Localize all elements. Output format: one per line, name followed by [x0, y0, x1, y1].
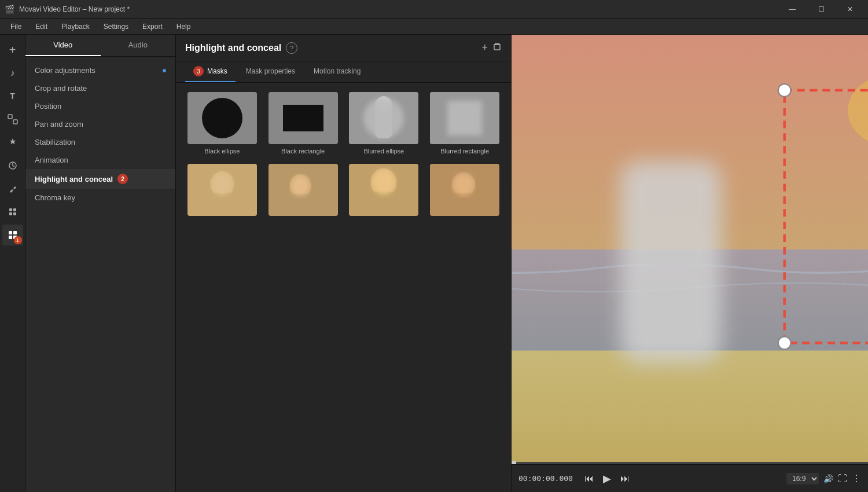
mask-item-person1[interactable] [185, 164, 259, 216]
fullscreen-button[interactable]: ⛶ [838, 473, 847, 484]
mask-item-black-ellipse[interactable]: Black ellipse [185, 92, 259, 155]
preview-panel: 00:00:00.000 ⏮ ▶ ⏭ 16:9 4:3 1:1 9:16 🔊 ⛶… [512, 35, 868, 492]
mask-thumb-person4 [430, 164, 499, 216]
menu-position[interactable]: Position [25, 97, 175, 115]
maximize-button[interactable]: ☐ [808, 0, 834, 19]
aspect-ratio-select[interactable]: 16:9 4:3 1:1 9:16 [786, 473, 819, 484]
svg-rect-29 [290, 194, 311, 216]
menu-export[interactable]: Export [137, 20, 168, 33]
main-layout: + ♪ T 1 Video Audio Color adjust [0, 35, 868, 492]
menu-help[interactable]: Help [171, 20, 197, 33]
svg-rect-37 [452, 193, 475, 216]
svg-rect-3 [9, 208, 12, 211]
color-adjustments-label: Color adjustments [35, 66, 95, 75]
volume-icon: 🔊 [823, 474, 833, 483]
svg-point-26 [212, 172, 233, 196]
mask-item-black-rectangle[interactable]: Black rectangle [266, 92, 340, 155]
menu-edit[interactable]: Edit [30, 20, 53, 33]
menu-bar: File Edit Playback Settings Export Help [0, 19, 868, 35]
svg-rect-7 [9, 231, 12, 234]
mask-thumb-blurred-rectangle [430, 92, 499, 144]
svg-rect-22 [447, 101, 482, 135]
preview-controls: 00:00:00.000 ⏮ ▶ ⏭ 16:9 4:3 1:1 9:16 🔊 ⛶… [512, 464, 868, 492]
masks-grid-row1: Black ellipse Black rectangle [176, 83, 511, 164]
svg-point-38 [453, 174, 474, 196]
menu-pan-zoom[interactable]: Pan and zoom [25, 115, 175, 133]
skip-back-button[interactable]: ⏮ [582, 471, 596, 486]
sidebar-item-audio[interactable]: ♪ [2, 63, 23, 83]
menu-file[interactable]: File [5, 20, 27, 33]
sidebar-item-history[interactable] [2, 155, 23, 176]
icon-sidebar: + ♪ T 1 [0, 35, 25, 492]
more-options-button[interactable]: ⋮ [852, 473, 861, 484]
panel-menu: Color adjustments Crop and rotate Positi… [25, 57, 175, 492]
masks-tabs: 3 Masks Mask properties Motion tracking [176, 61, 511, 83]
tab-motion-tracking[interactable]: Motion tracking [306, 61, 369, 82]
sidebar-item-transitions[interactable] [2, 109, 23, 130]
masks-header: Highlight and conceal ? + [176, 35, 511, 61]
svg-point-30 [291, 175, 310, 196]
svg-rect-46 [620, 161, 722, 363]
add-mask-button[interactable]: + [481, 42, 488, 54]
mask-thumb-person3 [349, 164, 418, 216]
mask-thumb-black-ellipse [187, 92, 257, 144]
masks-tab-label: Masks [207, 67, 227, 75]
svg-rect-8 [13, 231, 17, 234]
svg-rect-33 [371, 192, 396, 216]
menu-playback[interactable]: Playback [56, 20, 95, 33]
mask-thumb-person2 [269, 164, 338, 216]
crop-rotate-label: Crop and rotate [35, 84, 87, 93]
close-button[interactable]: ✕ [837, 0, 863, 19]
preview-video [512, 35, 868, 464]
masks-grid-row2 [176, 164, 511, 225]
mask-item-person4[interactable] [428, 164, 502, 216]
svg-rect-42 [512, 351, 868, 464]
mask-label-black-ellipse: Black ellipse [204, 148, 240, 155]
mask-label-blurred-rectangle: Blurred rectangle [440, 148, 489, 155]
skip-forward-button[interactable]: ⏭ [618, 471, 632, 486]
menu-color-adjustments[interactable]: Color adjustments [25, 61, 175, 79]
sidebar-item-apps[interactable]: 1 [2, 225, 23, 245]
svg-rect-11 [494, 45, 500, 50]
menu-crop-rotate[interactable]: Crop and rotate [25, 79, 175, 97]
sidebar-item-add[interactable]: + [2, 39, 23, 60]
menu-stabilization[interactable]: Stabilization [25, 133, 175, 151]
preview-scene [512, 35, 868, 464]
highlight-conceal-label: Highlight and conceal [35, 175, 113, 183]
preview-progress-bar[interactable] [512, 462, 868, 464]
app-icon: 🎬 [5, 5, 14, 14]
menu-chroma-key[interactable]: Chroma key [25, 189, 175, 207]
mask-item-person2[interactable] [266, 164, 340, 216]
sidebar-item-filters[interactable] [2, 201, 23, 222]
sidebar-item-text[interactable]: T [2, 86, 23, 107]
svg-rect-0 [8, 115, 12, 119]
menu-animation[interactable]: Animation [25, 151, 175, 169]
masks-tab-badge: 3 [193, 66, 204, 76]
delete-mask-button[interactable] [492, 42, 502, 54]
svg-point-20 [363, 98, 404, 138]
sidebar-item-effects[interactable] [2, 132, 23, 153]
mask-label-black-rectangle: Black rectangle [281, 148, 325, 155]
stabilization-label: Stabilization [35, 138, 75, 146]
chroma-key-label: Chroma key [35, 193, 75, 202]
sidebar-item-tools[interactable] [2, 178, 23, 199]
mask-item-blurred-rectangle[interactable]: Blurred rectangle [428, 92, 502, 155]
tab-video[interactable]: Video [25, 35, 101, 56]
mask-thumb-person1 [187, 164, 257, 216]
play-button[interactable]: ▶ [601, 470, 613, 487]
position-label: Position [35, 102, 61, 111]
tab-mask-properties[interactable]: Mask properties [238, 61, 303, 82]
menu-highlight-conceal[interactable]: Highlight and conceal 2 [25, 169, 175, 189]
tab-audio[interactable]: Audio [101, 35, 176, 56]
menu-settings[interactable]: Settings [98, 20, 134, 33]
animation-label: Animation [35, 156, 68, 164]
timecode-display: 00:00:00.000 [518, 474, 573, 483]
mask-item-person3[interactable] [347, 164, 421, 216]
help-button[interactable]: ? [286, 42, 297, 54]
tab-masks[interactable]: 3 Masks [185, 61, 236, 82]
color-adjustments-dot [163, 69, 166, 72]
mask-thumb-blurred-ellipse [349, 92, 418, 144]
preview-progress-thumb [512, 461, 516, 464]
mask-item-blurred-ellipse[interactable]: Blurred ellipse [347, 92, 421, 155]
minimize-button[interactable]: — [779, 0, 806, 19]
